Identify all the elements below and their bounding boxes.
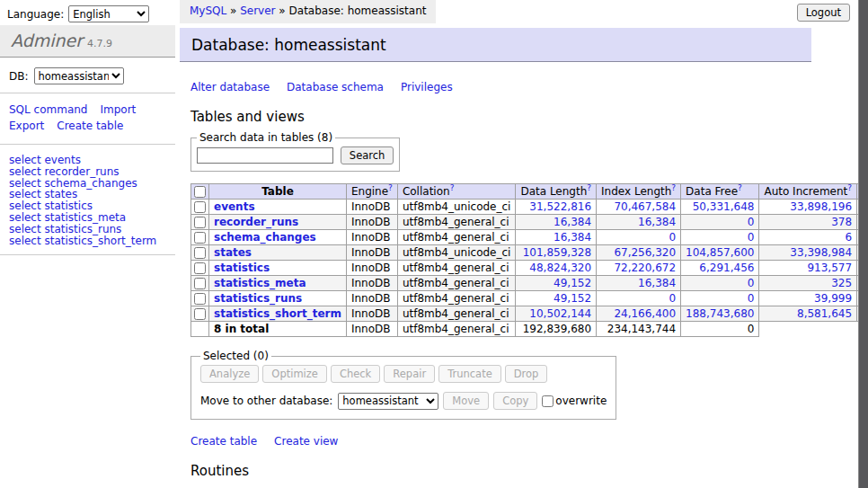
repair-button[interactable]: Repair (384, 365, 435, 383)
data-length-link[interactable]: 101,859,328 (523, 246, 591, 259)
engine-cell: InnoDB (346, 215, 397, 230)
help-sup: ? (388, 183, 393, 192)
auto-increment-link[interactable]: 39,999 (814, 292, 852, 305)
search-button[interactable]: Search (341, 146, 394, 164)
row-checkbox[interactable] (194, 217, 206, 228)
table-name-link[interactable]: statistics_short_term (214, 307, 341, 320)
index-length-link[interactable]: 0 (669, 292, 676, 305)
drop-button[interactable]: Drop (505, 365, 548, 383)
row-checkbox[interactable] (194, 201, 206, 213)
sidebar-link[interactable]: SQL command (9, 103, 87, 117)
row-checkbox[interactable] (194, 278, 206, 289)
overwrite-checkbox[interactable] (542, 395, 554, 407)
data-free-link[interactable]: 104,857,600 (686, 246, 754, 259)
data-free-link[interactable]: 6,291,456 (699, 262, 754, 274)
language-select[interactable]: English (68, 5, 149, 22)
data-length-link[interactable]: 31,522,816 (529, 200, 591, 213)
sidebar-link[interactable]: Export (9, 120, 44, 133)
db-select[interactable]: homeassistant (34, 67, 124, 84)
sidebar-select-link[interactable]: select (9, 235, 41, 247)
help-icon[interactable]: ? (450, 183, 455, 192)
move-db-select[interactable]: homeassistant (338, 393, 438, 410)
data-length-link[interactable]: 16,384 (554, 216, 591, 228)
data-length-link[interactable]: 49,152 (554, 292, 591, 305)
total-collation-cell: utf8mb4_general_ci (397, 322, 516, 337)
engine-cell: InnoDB (346, 306, 397, 322)
data-free-link[interactable]: 50,331,648 (693, 200, 755, 213)
db-action-link[interactable]: Privileges (401, 81, 453, 93)
column-header: Collation? (397, 184, 516, 200)
row-checkbox[interactable] (194, 308, 206, 320)
table-name-link[interactable]: statistics_runs (214, 292, 302, 305)
auto-increment-link[interactable]: 325 (831, 277, 852, 289)
index-length-link[interactable]: 70,467,584 (614, 200, 676, 213)
table-name-link[interactable]: recorder_runs (214, 216, 298, 228)
index-length-link[interactable]: 16,384 (638, 277, 676, 289)
truncate-button[interactable]: Truncate (438, 365, 501, 383)
table-name-link[interactable]: statistics_meta (214, 277, 306, 289)
select-all-checkbox[interactable] (194, 186, 206, 198)
move-button[interactable]: Move (443, 392, 489, 410)
data-free-link[interactable]: 0 (748, 292, 755, 305)
sidebar-link[interactable]: Create table (57, 120, 123, 133)
sidebar-link[interactable]: Import (100, 103, 136, 117)
auto-increment-cell: 6 (759, 230, 857, 245)
help-icon[interactable]: ? (738, 183, 742, 192)
data-free-link[interactable]: 0 (748, 277, 755, 289)
db-action-link[interactable]: Alter database (190, 81, 270, 93)
table-body: eventsInnoDButf8mb4_unicode_ci31,522,816… (191, 200, 868, 337)
data-free-cell: 0 (681, 276, 759, 291)
help-icon[interactable]: ? (847, 183, 852, 192)
search-input[interactable] (197, 147, 333, 164)
data-free-link[interactable]: 188,743,680 (686, 307, 754, 320)
table-name-link[interactable]: statistics (214, 262, 270, 274)
tables-table: TableEngine?Collation?Data Length?Index … (190, 183, 868, 337)
create-links: Create tableCreate view (190, 435, 811, 448)
optimize-button[interactable]: Optimize (262, 365, 327, 383)
breadcrumb-item[interactable]: MySQL (190, 4, 226, 17)
check-button[interactable]: Check (331, 365, 380, 383)
table-name-link[interactable]: schema_changes (214, 231, 316, 244)
table-name-link[interactable]: events (214, 200, 255, 213)
data-length-link[interactable]: 49,152 (554, 277, 591, 289)
data-length-link[interactable]: 48,824,320 (529, 262, 591, 274)
index-length-cell: 67,256,320 (597, 245, 681, 261)
help-icon[interactable]: ? (587, 183, 591, 192)
adminer-brand-link[interactable]: Adminer (11, 31, 83, 50)
row-checkbox[interactable] (194, 293, 206, 305)
row-checkbox[interactable] (194, 262, 206, 274)
data-length-link[interactable]: 10,502,144 (529, 307, 591, 320)
index-length-link[interactable]: 24,166,400 (614, 307, 676, 320)
data-free-link[interactable]: 0 (748, 216, 755, 228)
auto-increment-link[interactable]: 8,581,645 (797, 307, 852, 320)
analyze-button[interactable]: Analyze (200, 365, 259, 383)
auto-increment-link[interactable]: 6 (845, 231, 852, 244)
create-link[interactable]: Create view (274, 435, 338, 448)
data-free-cell: 6,291,456 (681, 261, 759, 276)
auto-increment-link[interactable]: 913,577 (807, 262, 852, 274)
data-length-link[interactable]: 16,384 (554, 231, 591, 244)
data-free-link[interactable]: 0 (748, 231, 755, 244)
breadcrumb-item[interactable]: Server (240, 4, 275, 17)
auto-increment-link[interactable]: 33,398,984 (790, 246, 852, 259)
auto-increment-link[interactable]: 33,898,196 (790, 200, 852, 213)
index-length-link[interactable]: 0 (669, 231, 676, 244)
db-action-link[interactable]: Database schema (287, 81, 384, 93)
collation-cell: utf8mb4_general_ci (397, 306, 516, 322)
index-length-link[interactable]: 72,220,672 (614, 262, 676, 274)
data-free-cell: 104,857,600 (681, 245, 759, 261)
scrollbar[interactable] (858, 0, 868, 488)
row-checkbox[interactable] (194, 232, 206, 244)
data-free-cell: 50,331,648 (681, 200, 759, 215)
sidebar-table-link[interactable]: statistics_short_term (44, 235, 156, 247)
create-link[interactable]: Create table (190, 435, 257, 448)
index-length-link[interactable]: 67,256,320 (614, 246, 676, 259)
index-length-cell: 0 (597, 230, 681, 245)
auto-increment-link[interactable]: 378 (831, 216, 852, 228)
help-icon[interactable]: ? (388, 183, 393, 192)
copy-button[interactable]: Copy (493, 392, 537, 410)
help-icon[interactable]: ? (671, 183, 676, 192)
index-length-link[interactable]: 16,384 (638, 216, 676, 228)
row-checkbox[interactable] (194, 247, 206, 259)
table-name-link[interactable]: states (214, 246, 252, 259)
